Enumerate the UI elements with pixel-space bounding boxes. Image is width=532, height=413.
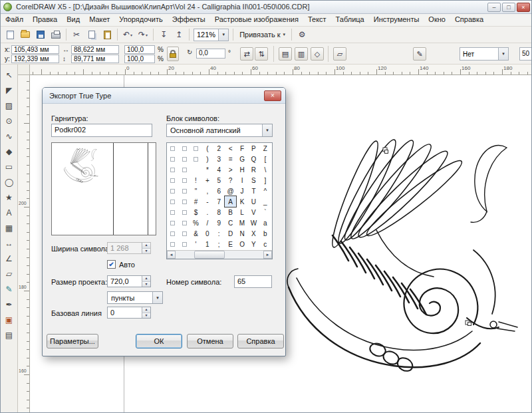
project-size-stepper[interactable]: 720,0 ▴▾ [107,275,151,287]
char-cell[interactable]: $ [190,207,201,217]
auto-checkbox-label[interactable]: Авто [119,261,135,269]
char-cell[interactable]: c [259,239,271,249]
char-cell[interactable] [178,228,190,239]
import-button[interactable]: ↧ [156,28,171,42]
minimize-button[interactable]: – [487,3,501,12]
char-cell[interactable]: ; [213,239,225,249]
zoom-level-combo[interactable]: 121% ▾ [194,29,229,41]
menu-item-9[interactable]: Инструменты [369,14,424,27]
symbol-block-dropdown[interactable]: Основной латинский ▾ [166,124,273,137]
char-cell[interactable]: P [248,143,259,154]
menu-item-4[interactable]: Упорядочить [114,14,167,27]
char-cell[interactable] [178,207,190,217]
interactive-fill-tool[interactable]: ▤ [1,327,17,343]
export-button[interactable]: ↥ [172,28,186,42]
char-cell[interactable]: J [236,186,247,196]
character-grid-scrollbar[interactable]: ◄ ► [167,250,272,259]
char-cell[interactable]: - [201,196,213,207]
redo-button[interactable]: ↷▾ [136,28,150,42]
char-cell[interactable]: E [225,239,236,249]
char-cell[interactable]: 5 [213,175,225,186]
spin-down-icon[interactable]: ▾ [142,313,150,319]
char-cell[interactable]: . [201,207,213,217]
char-cell[interactable]: _ [259,196,271,207]
freehand-tool[interactable]: ∿ [1,128,17,144]
x-position-field[interactable]: 105,493 мм [11,45,59,54]
char-cell[interactable]: N [236,228,247,239]
scroll-right-icon[interactable]: ► [263,251,272,259]
zoom-dropdown-icon[interactable]: ▾ [218,29,228,41]
clipped-right-field[interactable]: 50 [519,47,532,61]
units-dropdown[interactable]: пункты ▾ [107,291,163,304]
menu-item-6[interactable]: Растровые изображения [210,14,303,27]
baseline-stepper[interactable]: 0 ▴▾ [107,307,151,319]
char-cell[interactable] [167,186,178,196]
char-cell[interactable]: # [190,196,201,207]
char-cell[interactable]: D [225,228,236,239]
char-cell[interactable]: H [236,164,247,175]
char-cell[interactable]: F [236,143,247,154]
char-cell[interactable]: 9 [213,217,225,228]
char-cell[interactable]: ) [201,154,213,164]
char-cell[interactable]: [ [259,154,271,164]
fill-tool[interactable]: ▣ [1,312,17,327]
char-cell[interactable]: 1 [201,239,213,249]
char-cell[interactable]: Y [248,239,259,249]
new-button[interactable] [3,28,17,42]
menu-item-5[interactable]: Эффекты [168,14,210,27]
propbar-icon-button[interactable]: ▤ [279,47,292,61]
menu-item-0[interactable]: Файл [1,14,28,27]
char-cell[interactable] [167,207,178,217]
blend-tool[interactable]: ▱ [1,266,17,281]
auto-checkbox[interactable]: ✔ [107,260,116,269]
char-cell[interactable]: 6 [213,186,225,196]
menu-item-8[interactable]: Таблица [331,14,369,27]
char-cell[interactable]: 0 [201,228,213,239]
char-cell[interactable]: + [201,175,213,186]
menu-item-11[interactable]: Справка [450,14,488,27]
char-cell[interactable] [178,143,190,154]
char-cell[interactable]: X [248,228,259,239]
char-cell[interactable] [178,217,190,228]
char-cell[interactable]: ^ [259,186,271,196]
save-button[interactable] [33,28,48,42]
char-cell[interactable] [167,175,178,186]
char-cell[interactable]: K [236,196,247,207]
scale-y-field[interactable]: 100,0 [124,55,155,63]
zoom-tool[interactable]: ⊙ [1,113,17,128]
char-cell[interactable] [190,154,201,164]
eyedropper-tool[interactable]: ✎ [1,281,17,297]
calligraphic-bird-artwork[interactable] [277,130,529,383]
cut-button[interactable]: ✂ [69,28,84,42]
horizontal-ruler[interactable]: 020406080100120140160180 [30,65,532,75]
char-cell[interactable] [167,196,178,207]
rectangle-tool[interactable]: ▭ [1,159,17,174]
copy-button[interactable] [84,28,99,42]
options-button[interactable]: ⚙ [295,28,309,42]
char-cell[interactable] [167,228,178,239]
char-cell[interactable]: M [236,217,247,228]
node-handle[interactable] [467,322,471,326]
char-cell[interactable] [167,164,178,175]
char-cell[interactable]: Z [259,143,271,154]
char-cell[interactable]: B [225,207,236,217]
smart-fill-tool[interactable]: ◆ [1,144,17,159]
mirror-vertical-button[interactable]: ⇅ [255,47,268,61]
char-cell[interactable]: A [225,196,236,207]
char-cell[interactable]: 3 [213,154,225,164]
outline-pen-tool[interactable]: ✒ [1,297,17,312]
char-cell[interactable] [178,164,190,175]
crop-tool[interactable]: ▨ [1,98,17,113]
char-cell[interactable]: O [236,239,247,249]
char-cell[interactable]: ` [259,207,271,217]
char-cell[interactable]: T [248,186,259,196]
menu-item-7[interactable]: Текст [303,14,331,27]
char-cell[interactable]: ] [259,175,271,186]
y-position-field[interactable]: 192,339 мм [11,55,59,63]
char-cell[interactable] [167,154,178,164]
dialog-title[interactable]: Экспорт True Type [43,88,285,104]
typeface-field[interactable]: Podkr002 [51,124,152,137]
char-cell[interactable]: 7 [213,196,225,207]
menu-item-10[interactable]: Окно [424,14,450,27]
char-cell[interactable]: U [248,196,259,207]
